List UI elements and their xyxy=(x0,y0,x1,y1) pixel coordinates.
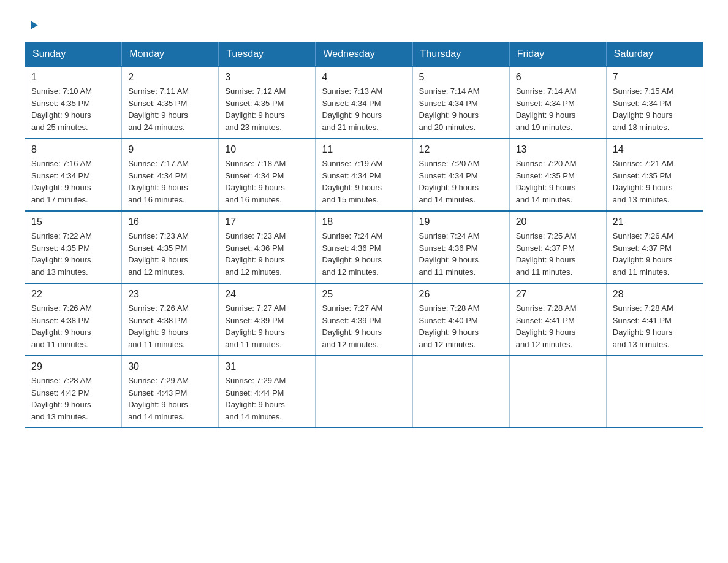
column-header-sunday: Sunday xyxy=(25,42,122,67)
column-header-tuesday: Tuesday xyxy=(219,42,316,67)
calendar-cell: 14 Sunrise: 7:21 AM Sunset: 4:35 PM Dayl… xyxy=(606,139,703,211)
day-info: Sunrise: 7:26 AM Sunset: 4:38 PM Dayligh… xyxy=(31,302,115,350)
day-number: 15 xyxy=(31,216,115,228)
day-number: 14 xyxy=(613,144,697,155)
calendar-cell: 1 Sunrise: 7:10 AM Sunset: 4:35 PM Dayli… xyxy=(25,66,122,139)
day-number: 16 xyxy=(128,216,212,228)
day-info: Sunrise: 7:17 AM Sunset: 4:34 PM Dayligh… xyxy=(128,158,212,205)
calendar-cell: 4 Sunrise: 7:13 AM Sunset: 4:34 PM Dayli… xyxy=(316,66,412,139)
calendar-cell: 15 Sunrise: 7:22 AM Sunset: 4:35 PM Dayl… xyxy=(25,211,122,283)
calendar-week-row: 22 Sunrise: 7:26 AM Sunset: 4:38 PM Dayl… xyxy=(25,283,703,356)
day-number: 30 xyxy=(128,361,212,372)
calendar-week-row: 8 Sunrise: 7:16 AM Sunset: 4:34 PM Dayli… xyxy=(25,139,703,211)
day-number: 5 xyxy=(419,72,503,83)
calendar-cell: 24 Sunrise: 7:27 AM Sunset: 4:39 PM Dayl… xyxy=(219,283,316,356)
day-number: 13 xyxy=(516,144,600,155)
day-info: Sunrise: 7:18 AM Sunset: 4:34 PM Dayligh… xyxy=(225,158,309,205)
calendar-cell: 2 Sunrise: 7:11 AM Sunset: 4:35 PM Dayli… xyxy=(122,66,219,139)
calendar-cell xyxy=(412,356,509,428)
calendar-cell: 20 Sunrise: 7:25 AM Sunset: 4:37 PM Dayl… xyxy=(509,211,606,283)
day-number: 29 xyxy=(31,361,115,372)
day-info: Sunrise: 7:14 AM Sunset: 4:34 PM Dayligh… xyxy=(516,85,600,133)
day-info: Sunrise: 7:12 AM Sunset: 4:35 PM Dayligh… xyxy=(225,85,309,133)
calendar-cell: 8 Sunrise: 7:16 AM Sunset: 4:34 PM Dayli… xyxy=(25,139,122,211)
day-info: Sunrise: 7:16 AM Sunset: 4:34 PM Dayligh… xyxy=(31,158,115,205)
day-info: Sunrise: 7:27 AM Sunset: 4:39 PM Dayligh… xyxy=(322,302,406,350)
calendar-cell: 9 Sunrise: 7:17 AM Sunset: 4:34 PM Dayli… xyxy=(122,139,219,211)
column-header-wednesday: Wednesday xyxy=(316,42,412,67)
day-number: 2 xyxy=(128,72,212,83)
day-info: Sunrise: 7:29 AM Sunset: 4:43 PM Dayligh… xyxy=(128,375,212,423)
day-number: 19 xyxy=(419,216,503,228)
day-number: 11 xyxy=(322,144,406,155)
day-info: Sunrise: 7:15 AM Sunset: 4:34 PM Dayligh… xyxy=(613,85,697,133)
day-info: Sunrise: 7:23 AM Sunset: 4:36 PM Dayligh… xyxy=(225,230,309,278)
column-header-friday: Friday xyxy=(509,42,606,67)
calendar-cell: 10 Sunrise: 7:18 AM Sunset: 4:34 PM Dayl… xyxy=(219,139,316,211)
calendar-cell: 13 Sunrise: 7:20 AM Sunset: 4:35 PM Dayl… xyxy=(509,139,606,211)
day-info: Sunrise: 7:26 AM Sunset: 4:38 PM Dayligh… xyxy=(128,302,212,350)
day-number: 7 xyxy=(613,72,697,83)
calendar-table: SundayMondayTuesdayWednesdayThursdayFrid… xyxy=(25,42,703,428)
day-number: 26 xyxy=(419,289,503,300)
day-info: Sunrise: 7:13 AM Sunset: 4:34 PM Dayligh… xyxy=(322,85,406,133)
logo xyxy=(25,18,39,29)
day-info: Sunrise: 7:26 AM Sunset: 4:37 PM Dayligh… xyxy=(613,230,697,278)
day-info: Sunrise: 7:14 AM Sunset: 4:34 PM Dayligh… xyxy=(419,85,503,133)
calendar-cell: 6 Sunrise: 7:14 AM Sunset: 4:34 PM Dayli… xyxy=(509,66,606,139)
day-info: Sunrise: 7:27 AM Sunset: 4:39 PM Dayligh… xyxy=(225,302,309,350)
day-number: 28 xyxy=(613,289,697,300)
calendar-cell: 21 Sunrise: 7:26 AM Sunset: 4:37 PM Dayl… xyxy=(606,211,703,283)
day-info: Sunrise: 7:28 AM Sunset: 4:41 PM Dayligh… xyxy=(613,302,697,350)
calendar-header-row: SundayMondayTuesdayWednesdayThursdayFrid… xyxy=(25,42,703,67)
day-number: 8 xyxy=(31,144,115,155)
calendar-cell: 19 Sunrise: 7:24 AM Sunset: 4:36 PM Dayl… xyxy=(412,211,509,283)
calendar-cell: 28 Sunrise: 7:28 AM Sunset: 4:41 PM Dayl… xyxy=(606,283,703,356)
day-number: 18 xyxy=(322,216,406,228)
calendar-cell: 12 Sunrise: 7:20 AM Sunset: 4:34 PM Dayl… xyxy=(412,139,509,211)
calendar-cell: 22 Sunrise: 7:26 AM Sunset: 4:38 PM Dayl… xyxy=(25,283,122,356)
day-info: Sunrise: 7:23 AM Sunset: 4:35 PM Dayligh… xyxy=(128,230,212,278)
day-info: Sunrise: 7:21 AM Sunset: 4:35 PM Dayligh… xyxy=(613,158,697,205)
day-number: 23 xyxy=(128,289,212,300)
day-info: Sunrise: 7:10 AM Sunset: 4:35 PM Dayligh… xyxy=(31,85,115,133)
calendar-cell: 23 Sunrise: 7:26 AM Sunset: 4:38 PM Dayl… xyxy=(122,283,219,356)
day-info: Sunrise: 7:19 AM Sunset: 4:34 PM Dayligh… xyxy=(322,158,406,205)
day-info: Sunrise: 7:24 AM Sunset: 4:36 PM Dayligh… xyxy=(322,230,406,278)
day-info: Sunrise: 7:28 AM Sunset: 4:41 PM Dayligh… xyxy=(516,302,600,350)
column-header-thursday: Thursday xyxy=(412,42,509,67)
day-info: Sunrise: 7:22 AM Sunset: 4:35 PM Dayligh… xyxy=(31,230,115,278)
day-number: 24 xyxy=(225,289,309,300)
day-info: Sunrise: 7:28 AM Sunset: 4:40 PM Dayligh… xyxy=(419,302,503,350)
calendar-cell: 7 Sunrise: 7:15 AM Sunset: 4:34 PM Dayli… xyxy=(606,66,703,139)
day-number: 9 xyxy=(128,144,212,155)
calendar-cell: 30 Sunrise: 7:29 AM Sunset: 4:43 PM Dayl… xyxy=(122,356,219,428)
page-header xyxy=(25,18,703,29)
day-info: Sunrise: 7:24 AM Sunset: 4:36 PM Dayligh… xyxy=(419,230,503,278)
calendar-cell xyxy=(509,356,606,428)
calendar-week-row: 1 Sunrise: 7:10 AM Sunset: 4:35 PM Dayli… xyxy=(25,66,703,139)
day-number: 27 xyxy=(516,289,600,300)
day-info: Sunrise: 7:20 AM Sunset: 4:35 PM Dayligh… xyxy=(516,158,600,205)
calendar-cell: 26 Sunrise: 7:28 AM Sunset: 4:40 PM Dayl… xyxy=(412,283,509,356)
calendar-cell: 11 Sunrise: 7:19 AM Sunset: 4:34 PM Dayl… xyxy=(316,139,412,211)
day-number: 10 xyxy=(225,144,309,155)
calendar-cell: 16 Sunrise: 7:23 AM Sunset: 4:35 PM Dayl… xyxy=(122,211,219,283)
calendar-cell: 29 Sunrise: 7:28 AM Sunset: 4:42 PM Dayl… xyxy=(25,356,122,428)
day-number: 31 xyxy=(225,361,309,372)
calendar-cell: 3 Sunrise: 7:12 AM Sunset: 4:35 PM Dayli… xyxy=(219,66,316,139)
day-number: 12 xyxy=(419,144,503,155)
day-number: 1 xyxy=(31,72,115,83)
day-number: 20 xyxy=(516,216,600,228)
calendar-cell xyxy=(316,356,412,428)
calendar-cell: 18 Sunrise: 7:24 AM Sunset: 4:36 PM Dayl… xyxy=(316,211,412,283)
column-header-saturday: Saturday xyxy=(606,42,703,67)
day-number: 22 xyxy=(31,289,115,300)
calendar-cell xyxy=(606,356,703,428)
calendar-cell: 5 Sunrise: 7:14 AM Sunset: 4:34 PM Dayli… xyxy=(412,66,509,139)
day-number: 17 xyxy=(225,216,309,228)
calendar-cell: 27 Sunrise: 7:28 AM Sunset: 4:41 PM Dayl… xyxy=(509,283,606,356)
calendar-week-row: 15 Sunrise: 7:22 AM Sunset: 4:35 PM Dayl… xyxy=(25,211,703,283)
day-info: Sunrise: 7:11 AM Sunset: 4:35 PM Dayligh… xyxy=(128,85,212,133)
calendar-cell: 17 Sunrise: 7:23 AM Sunset: 4:36 PM Dayl… xyxy=(219,211,316,283)
